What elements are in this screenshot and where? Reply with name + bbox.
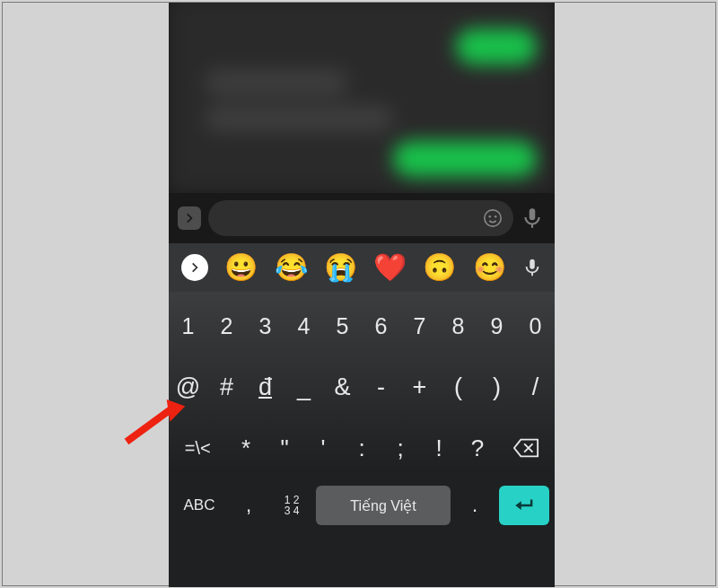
- chevron-right-icon: [188, 261, 201, 274]
- outer-frame: 😀 😂 😭 ❤️ 🙃 😊 1 2 3 4 5 6 7 8 9 0 @: [2, 2, 716, 586]
- blurred-chat-area: [169, 3, 555, 193]
- backspace-icon: [512, 437, 539, 459]
- message-input[interactable]: [208, 200, 513, 236]
- emoji-suggestion[interactable]: ❤️: [373, 254, 407, 281]
- svg-point-2: [495, 215, 497, 218]
- svg-point-0: [485, 210, 501, 226]
- key-underscore[interactable]: _: [285, 356, 323, 417]
- key-squote[interactable]: ': [304, 417, 343, 478]
- chevron-right-icon: [183, 212, 196, 224]
- key-period[interactable]: .: [456, 486, 494, 525]
- key-question[interactable]: ?: [459, 417, 497, 478]
- key-8[interactable]: 8: [439, 295, 477, 356]
- expand-button[interactable]: [181, 254, 208, 281]
- key-minus[interactable]: -: [362, 356, 400, 417]
- key-1[interactable]: 1: [169, 295, 207, 356]
- emoji-suggestion[interactable]: 🙃: [423, 254, 456, 281]
- chat-bubble: [393, 141, 537, 177]
- emoji-suggestion[interactable]: 😭: [324, 254, 357, 281]
- emoji-suggestion[interactable]: 😂: [275, 254, 308, 281]
- enter-icon: [512, 496, 536, 515]
- key-paren-close[interactable]: ): [477, 356, 516, 417]
- smiley-icon[interactable]: [483, 208, 503, 228]
- microphone-icon[interactable]: [522, 258, 542, 277]
- phone-screen: 😀 😂 😭 ❤️ 🙃 😊 1 2 3 4 5 6 7 8 9 0 @: [169, 3, 555, 587]
- svg-rect-3: [530, 208, 536, 220]
- key-comma[interactable]: ,: [230, 486, 267, 525]
- key-abc[interactable]: ABC: [174, 486, 224, 525]
- chat-bubble: [456, 29, 537, 65]
- numgrid-bot: 3 4: [285, 505, 300, 516]
- microphone-icon[interactable]: [521, 206, 544, 230]
- key-0[interactable]: 0: [516, 295, 555, 356]
- keyboard-row-4: ABC , 1 2 3 4 Tiếng Việt .: [169, 478, 555, 532]
- keyboard-row-1: 1 2 3 4 5 6 7 8 9 0: [169, 292, 555, 356]
- chat-bubble: [205, 69, 348, 96]
- key-7[interactable]: 7: [400, 295, 439, 356]
- message-input-bar: [169, 193, 555, 243]
- key-2[interactable]: 2: [207, 295, 246, 356]
- key-ampersand[interactable]: &: [323, 356, 362, 417]
- key-enter[interactable]: [499, 486, 549, 525]
- key-at[interactable]: @: [169, 356, 207, 417]
- key-slash[interactable]: /: [516, 356, 555, 417]
- emoji-suggestion[interactable]: 😊: [473, 254, 506, 281]
- key-9[interactable]: 9: [477, 295, 516, 356]
- key-dquote[interactable]: ": [266, 417, 304, 478]
- key-symbols-page[interactable]: =\<: [169, 417, 227, 478]
- svg-rect-4: [530, 259, 535, 269]
- key-5[interactable]: 5: [323, 295, 362, 356]
- key-dstroke[interactable]: đ: [246, 356, 285, 417]
- keyboard-row-2: @ # đ _ & - + ( ) /: [169, 356, 555, 417]
- key-backspace[interactable]: [497, 417, 556, 478]
- svg-point-1: [489, 215, 492, 218]
- emoji-suggestion-row: 😀 😂 😭 ❤️ 🙃 😊: [169, 243, 555, 292]
- key-semicolon[interactable]: ;: [381, 417, 420, 478]
- key-asterisk[interactable]: *: [227, 417, 266, 478]
- keyboard-row-3: =\< * " ' : ; ! ?: [169, 417, 555, 478]
- key-colon[interactable]: :: [343, 417, 381, 478]
- key-4[interactable]: 4: [285, 295, 323, 356]
- collapse-button[interactable]: [178, 206, 201, 230]
- key-numgrid[interactable]: 1 2 3 4: [273, 486, 311, 525]
- keyboard: 1 2 3 4 5 6 7 8 9 0 @ # đ _ & - + ( ): [169, 292, 555, 587]
- key-3[interactable]: 3: [246, 295, 285, 356]
- key-exclaim[interactable]: !: [420, 417, 459, 478]
- key-6[interactable]: 6: [362, 295, 400, 356]
- key-plus[interactable]: +: [400, 356, 439, 417]
- chat-bubble: [205, 105, 393, 132]
- key-paren-open[interactable]: (: [439, 356, 477, 417]
- key-hash[interactable]: #: [207, 356, 246, 417]
- key-spacebar[interactable]: Tiếng Việt: [316, 486, 451, 525]
- emoji-suggestion[interactable]: 😀: [224, 254, 258, 281]
